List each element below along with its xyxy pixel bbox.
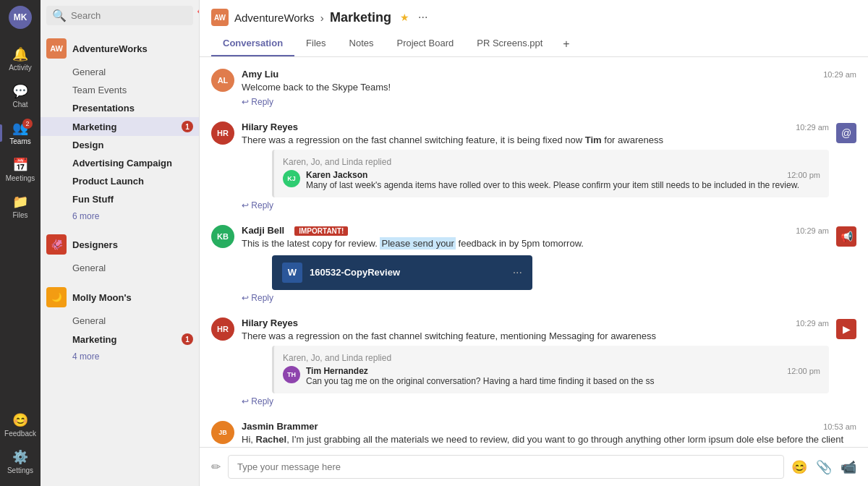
highlighted-text: Please send your	[380, 237, 455, 250]
video-call-icon[interactable]: 📹	[841, 459, 856, 475]
mention-badge-2: @	[836, 123, 856, 143]
msg-content-4: Hilary Reyes 10:29 am There was a regres…	[242, 317, 829, 406]
team-header-designers[interactable]: 🦑 Designers	[41, 230, 199, 259]
attachment-icon[interactable]: 📎	[816, 459, 832, 475]
rail-label-meetings: Meetings	[6, 174, 35, 182]
important-badge: IMPORTANT!	[294, 226, 348, 236]
msg-header-5: Jasmin Brammer 10:53 am	[242, 421, 856, 432]
msg-header-2: Hilary Reyes 10:29 am	[242, 122, 829, 132]
channel-product-launch[interactable]: Product Launch	[41, 172, 199, 190]
msg-time-5: 10:53 am	[823, 422, 856, 431]
thread-content-4: Tim Hernandez 12:00 pm Can you tag me on…	[306, 366, 820, 386]
msg-text-4: There was a regression on the fast chann…	[242, 330, 829, 343]
reply-button-1[interactable]: ↩ Reply	[242, 97, 856, 107]
channel-label: General	[72, 263, 106, 273]
compose-input[interactable]	[228, 455, 784, 479]
left-rail: MK 🔔 Activity 💬 Chat 👥 2 Teams 📅 Meeting…	[0, 0, 41, 486]
reply-button-2[interactable]: ↩ Reply	[242, 200, 829, 210]
chat-icon: 💬	[12, 83, 28, 99]
thread-text-2: Many of last week's agenda items have ro…	[306, 180, 820, 190]
rail-item-feedback[interactable]: 😊 Feedback	[0, 406, 41, 443]
reply-button-3[interactable]: ↩ Reply	[242, 293, 829, 303]
compose-actions: 😊 📎 📹	[791, 459, 856, 475]
files-icon: 📁	[12, 194, 28, 210]
rail-label-chat: Chat	[12, 101, 27, 108]
team-designers: 🦑 Designers General	[41, 227, 199, 280]
channel-general-designers[interactable]: General	[41, 259, 199, 277]
thread-avatar-tim: TH	[283, 366, 300, 383]
search-input[interactable]	[71, 10, 192, 21]
message-group-1: AL Amy Liu 10:29 am Welcome back to the …	[211, 69, 856, 107]
message-group-3: KB Kadji Bell IMPORTANT! 10:29 am This i…	[211, 225, 856, 302]
reply-button-4[interactable]: ↩ Reply	[242, 396, 829, 406]
team-name-mollymoons: Molly Moon's	[72, 292, 132, 303]
star-icon[interactable]: ★	[400, 12, 409, 23]
message-group-5: JB Jasmin Brammer 10:53 am Hi, Rachel, I…	[211, 421, 856, 447]
tab-project-board[interactable]: Project Board	[386, 32, 466, 56]
team-header-mollymoons[interactable]: 🌙 Molly Moon's	[41, 283, 199, 312]
thread-content-2: Karen Jackson 12:00 pm Many of last week…	[306, 170, 820, 190]
channel-marketing-aw[interactable]: Marketing 1	[41, 117, 199, 136]
thread-row-2: KJ Karen Jackson 12:00 pm Many of last w…	[283, 170, 820, 190]
search-bar[interactable]: 🔍 ✏️	[46, 6, 193, 25]
msg-text-3: This is the latest copy for review. Plea…	[242, 237, 829, 250]
channel-fun-stuff[interactable]: Fun Stuff	[41, 190, 199, 208]
channel-design[interactable]: Design	[41, 136, 199, 154]
messages-area: AL Amy Liu 10:29 am Welcome back to the …	[200, 57, 868, 447]
rail-item-settings[interactable]: ⚙️ Settings	[0, 443, 41, 480]
thread-bubble-2: Karen, Jo, and Linda replied KJ Karen Ja…	[272, 150, 829, 197]
tab-pr-screens[interactable]: PR Screens.ppt	[465, 32, 554, 56]
breadcrumb-separator: ›	[320, 12, 324, 24]
msg-text-1: Welcome back to the Skype Teams!	[242, 81, 856, 94]
thread-time-2: 12:00 pm	[787, 171, 820, 179]
team-name-adventureworks: AdventureWorks	[72, 43, 148, 54]
msg-header-3: Kadji Bell IMPORTANT! 10:29 am	[242, 225, 829, 236]
rail-item-files[interactable]: 📁 Files	[0, 188, 41, 225]
msg-header-1: Amy Liu 10:29 am	[242, 69, 856, 80]
msg-sender-4: Hilary Reyes	[242, 317, 298, 328]
more-link-mm[interactable]: 4 more	[41, 349, 199, 364]
team-header-adventureworks[interactable]: AW AdventureWorks	[41, 34, 199, 63]
team-avatar-designers: 🦑	[46, 234, 67, 255]
file-more-options[interactable]: ···	[513, 266, 522, 279]
channel-label: Product Launch	[72, 176, 144, 187]
channel-presentations[interactable]: Presentations	[41, 99, 199, 117]
rail-item-teams[interactable]: 👥 2 Teams	[0, 114, 41, 151]
rail-item-activity[interactable]: 🔔 Activity	[0, 40, 41, 77]
channel-label: General	[72, 67, 106, 77]
team-name-designers: Designers	[72, 239, 118, 250]
rail-label-teams: Teams	[9, 137, 30, 145]
rail-item-chat[interactable]: 💬 Chat	[0, 77, 41, 114]
msg-content-3: Kadji Bell IMPORTANT! 10:29 am This is t…	[242, 225, 829, 302]
emoji-icon[interactable]: 😊	[791, 459, 807, 475]
tab-files[interactable]: Files	[294, 32, 337, 56]
channel-general-aw[interactable]: General	[41, 63, 199, 81]
thread-text-4: Can you tag me on the original conversat…	[306, 376, 820, 386]
meetings-icon: 📅	[12, 157, 28, 173]
file-attachment-3[interactable]: W 160532-CopyReview ···	[272, 255, 532, 290]
msg-sender-3: Kadji Bell	[242, 225, 284, 236]
channel-marketing-mm[interactable]: Marketing 1	[41, 330, 199, 349]
channel-badge-mm: 1	[182, 333, 193, 345]
more-link-aw[interactable]: 6 more	[41, 208, 199, 224]
more-options-icon[interactable]: ···	[418, 11, 427, 24]
format-icon[interactable]: ✏	[211, 460, 221, 474]
channel-badge-marketing: 1	[182, 121, 193, 132]
message-row-1: AL Amy Liu 10:29 am Welcome back to the …	[211, 69, 856, 107]
channel-advertising[interactable]: Advertising Campaign	[41, 154, 199, 172]
tab-conversation[interactable]: Conversation	[211, 32, 294, 56]
tab-bar: Conversation Files Notes Project Board P…	[211, 32, 856, 56]
tab-notes[interactable]: Notes	[338, 32, 386, 56]
tab-add-button[interactable]: +	[554, 32, 578, 56]
user-avatar[interactable]: MK	[9, 6, 32, 29]
msg-time-3: 10:29 am	[796, 226, 829, 235]
rail-item-meetings[interactable]: 📅 Meetings	[0, 151, 41, 188]
channel-general-mm[interactable]: General	[41, 312, 199, 330]
file-name-3: 160532-CopyReview	[310, 267, 400, 278]
compose-bar: ✏ 😊 📎 📹	[200, 447, 868, 486]
header-top: AW AdventureWorks › Marketing ★ ···	[211, 9, 856, 26]
video-badge-4: ▶	[836, 319, 856, 339]
channel-team-events[interactable]: Team Events	[41, 81, 199, 99]
msg-content-1: Amy Liu 10:29 am Welcome back to the Sky…	[242, 69, 856, 107]
team-avatar-adventureworks: AW	[46, 38, 67, 59]
